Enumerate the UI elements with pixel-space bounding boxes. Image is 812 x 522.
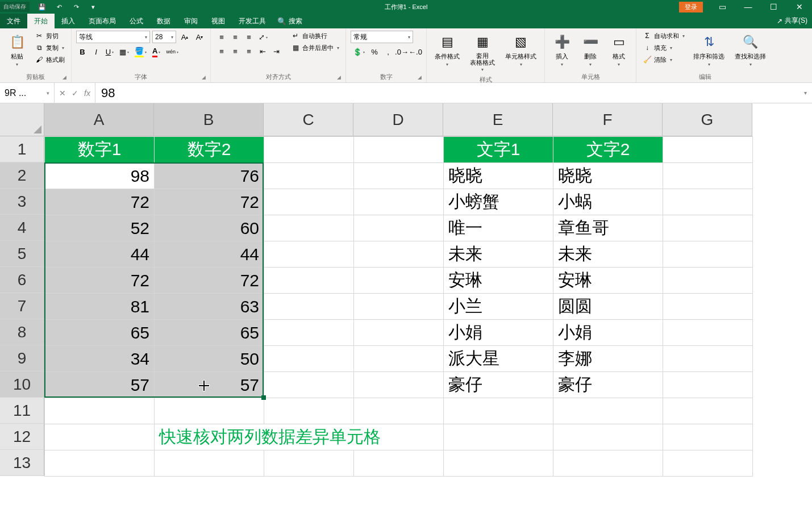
col-header-A[interactable]: A (44, 103, 154, 136)
indent-inc-button[interactable]: ⇥ (270, 45, 282, 57)
merge-center-button[interactable]: ▦合并后居中▾ (289, 43, 341, 53)
cell-E7[interactable]: 小兰 (444, 294, 553, 320)
col-header-G[interactable]: G (663, 103, 752, 136)
cell-E1[interactable]: 文字1 (444, 137, 553, 163)
font-color-button[interactable]: A▾ (150, 45, 163, 58)
dec-decimal-button[interactable]: ←.0 (409, 45, 422, 58)
cell-F8[interactable]: 小娟 (553, 320, 663, 346)
col-header-D[interactable]: D (353, 103, 443, 136)
cell-C7[interactable] (264, 294, 354, 320)
row-header-5[interactable]: 5 (0, 241, 44, 267)
align-center-button[interactable]: ≡ (229, 45, 241, 57)
paste-button[interactable]: 📋 粘贴 ▾ (5, 31, 30, 69)
row-header-6[interactable]: 6 (0, 267, 44, 293)
fill-button[interactable]: ↓填充▾ (641, 43, 686, 53)
cell-F6[interactable]: 安琳 (553, 268, 663, 294)
cell-A11[interactable] (45, 398, 155, 424)
ribbon-options-icon[interactable]: ▭ (710, 0, 735, 14)
cell-D5[interactable] (354, 241, 444, 268)
row-header-8[interactable]: 8 (0, 319, 44, 345)
col-header-B[interactable]: B (154, 103, 264, 136)
share-button[interactable]: ↗ 共享(S) (777, 16, 807, 26)
cell-C13[interactable] (264, 450, 354, 477)
cell-G12[interactable] (663, 424, 753, 450)
cell-G10[interactable] (663, 372, 753, 398)
cell-E2[interactable]: 晓晓 (444, 163, 553, 189)
cell-B12[interactable]: 快速核对两列数据差异单元格 (155, 424, 444, 450)
cell-B10[interactable]: 57 (155, 372, 264, 398)
align-right-button[interactable]: ≡ (243, 45, 255, 57)
percent-button[interactable]: % (368, 45, 381, 58)
cell-A2[interactable]: 98 (45, 163, 155, 189)
tab-dev[interactable]: 开发工具 (232, 14, 273, 28)
sort-filter-button[interactable]: ⇅排序和筛选▾ (690, 31, 728, 69)
col-header-F[interactable]: F (553, 103, 663, 136)
pinyin-button[interactable]: wén▾ (164, 45, 181, 58)
align-bottom-button[interactable]: ≡ (243, 31, 255, 43)
font-name-select[interactable]: 等线▾ (76, 31, 150, 43)
cell-G2[interactable] (663, 163, 753, 189)
cell-B9[interactable]: 50 (155, 346, 264, 372)
close-icon[interactable]: ✕ (786, 0, 812, 14)
cancel-icon[interactable]: ✕ (59, 89, 66, 98)
cell-A5[interactable]: 44 (45, 241, 155, 268)
col-header-E[interactable]: E (443, 103, 553, 136)
clear-button[interactable]: 🧹清除▾ (641, 55, 686, 65)
dialog-launcher-icon[interactable]: ◢ (418, 74, 422, 80)
tab-home[interactable]: 开始 (27, 14, 55, 28)
shrink-font-button[interactable]: A▾ (193, 31, 206, 43)
cell-D3[interactable] (354, 189, 444, 215)
tab-view[interactable]: 视图 (205, 14, 232, 28)
row-header-4[interactable]: 4 (0, 215, 44, 241)
cell-E5[interactable]: 未来 (444, 241, 553, 268)
find-select-button[interactable]: 🔍查找和选择▾ (731, 31, 769, 69)
cell-F2[interactable]: 晓晓 (553, 163, 663, 189)
grow-font-button[interactable]: A▴ (178, 31, 191, 43)
search-box[interactable]: 🔍 搜索 (277, 14, 302, 28)
cell-G8[interactable] (663, 320, 753, 346)
cell-C11[interactable] (264, 398, 354, 424)
qat-customize-icon[interactable]: ▾ (88, 2, 99, 12)
tab-layout[interactable]: 页面布局 (82, 14, 123, 28)
cell-E3[interactable]: 小螃蟹 (444, 189, 553, 215)
cell-F11[interactable] (553, 398, 663, 424)
cell-G7[interactable] (663, 294, 753, 320)
cell-C3[interactable] (264, 189, 354, 215)
table-format-button[interactable]: ▦套用 表格格式▾ (467, 31, 498, 74)
expand-formula-icon[interactable]: ▾ (798, 83, 812, 103)
save-icon[interactable]: 💾 (36, 2, 48, 12)
fx-icon[interactable]: fx (84, 89, 90, 98)
enter-icon[interactable]: ✓ (72, 89, 78, 98)
cell-A1[interactable]: 数字1 (45, 137, 155, 163)
dialog-launcher-icon[interactable]: ◢ (337, 74, 341, 80)
cell-A3[interactable]: 72 (45, 189, 155, 215)
cell-B11[interactable] (155, 398, 264, 424)
cell-F13[interactable] (553, 450, 663, 477)
cell-C9[interactable] (264, 346, 354, 372)
cell-E8[interactable]: 小娟 (444, 320, 553, 346)
cell-B13[interactable] (155, 450, 264, 477)
cell-D8[interactable] (354, 320, 444, 346)
align-top-button[interactable]: ≡ (215, 31, 228, 43)
cell-B5[interactable]: 44 (155, 241, 264, 268)
cell-D1[interactable] (354, 137, 444, 163)
cell-C10[interactable] (264, 372, 354, 398)
cell-A12[interactable] (45, 424, 155, 450)
cell-E6[interactable]: 安琳 (444, 268, 553, 294)
cell-F7[interactable]: 圆圆 (553, 294, 663, 320)
dialog-launcher-icon[interactable]: ◢ (202, 74, 206, 80)
cell-style-button[interactable]: ▧单元格样式▾ (502, 31, 540, 69)
cell-D7[interactable] (354, 294, 444, 320)
select-all-corner[interactable] (0, 103, 44, 136)
cell-A7[interactable]: 81 (45, 294, 155, 320)
row-header-9[interactable]: 9 (0, 345, 44, 371)
cell-C8[interactable] (264, 320, 354, 346)
cell-E4[interactable]: 唯一 (444, 215, 553, 241)
cell-C4[interactable] (264, 215, 354, 241)
row-header-7[interactable]: 7 (0, 293, 44, 319)
row-header-1[interactable]: 1 (0, 136, 44, 162)
cell-F1[interactable]: 文字2 (553, 137, 663, 163)
redo-icon[interactable]: ↷ (70, 2, 82, 12)
indent-dec-button[interactable]: ⇤ (256, 45, 269, 57)
cell-D10[interactable] (354, 372, 444, 398)
